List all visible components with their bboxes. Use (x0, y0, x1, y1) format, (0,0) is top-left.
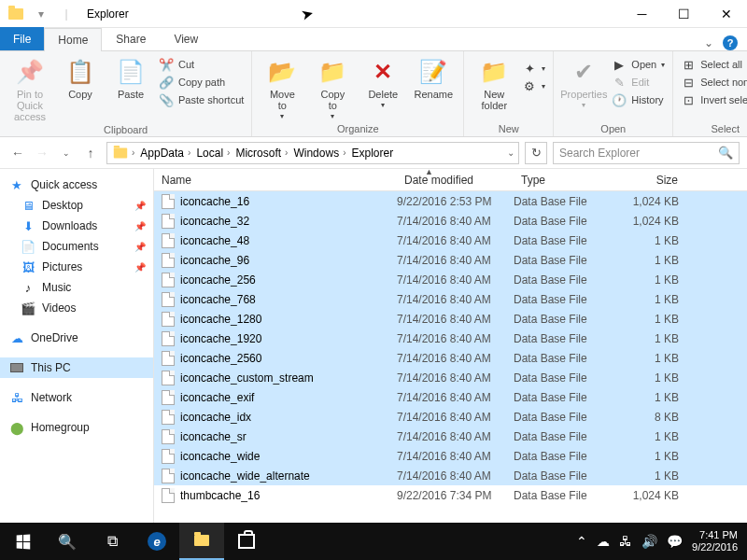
table-row[interactable]: iconcache_idx7/14/2016 8:40 AMData Base … (154, 407, 747, 427)
sidebar-item-pictures[interactable]: 🖼Pictures📌 (0, 257, 153, 277)
pasteshortcut-button[interactable]: 📎Paste shortcut (159, 92, 244, 107)
forward-button[interactable]: → (32, 143, 52, 163)
sidebar-network[interactable]: 🖧Network (0, 387, 153, 408)
taskbar-clock[interactable]: 7:41 PM 9/22/2016 (692, 529, 738, 553)
paste-button[interactable]: 📄Paste (108, 55, 153, 100)
table-row[interactable]: iconcache_169/22/2016 2:53 PMData Base F… (154, 191, 747, 211)
edit-button[interactable]: ✎Edit (612, 75, 665, 90)
help-icon[interactable]: ? (723, 35, 738, 50)
file-icon (162, 331, 175, 346)
search-icon[interactable]: 🔍 (718, 146, 733, 160)
tray-notifications-icon[interactable]: 💬 (667, 534, 683, 549)
history-button[interactable]: 🕐History (612, 92, 665, 107)
delete-button[interactable]: ✕Delete▾ (360, 55, 405, 110)
breadcrumb-dropdown-icon[interactable]: ⌄ (507, 147, 514, 158)
up-button[interactable]: ↑ (80, 143, 101, 163)
taskbar-edge[interactable]: e (134, 523, 179, 560)
newitem-button[interactable]: ✦▾ (522, 61, 545, 76)
sidebar-thispc[interactable]: This PC (0, 357, 153, 378)
table-row[interactable]: iconcache_wide7/14/2016 8:40 AMData Base… (154, 446, 747, 466)
easyaccess-button[interactable]: ⚙▾ (522, 78, 545, 93)
tab-file[interactable]: File (0, 27, 44, 50)
sidebar-item-documents[interactable]: 📄Documents📌 (0, 236, 153, 257)
table-row[interactable]: iconcache_487/14/2016 8:40 AMData Base F… (154, 231, 747, 250)
selectall-button[interactable]: ⊞Select all (681, 57, 747, 72)
pin-icon: 📌 (134, 201, 146, 211)
sidebar-homegroup[interactable]: ⬤Homegroup (0, 417, 153, 438)
taskbar-search-icon[interactable]: 🔍 (45, 523, 90, 560)
properties-button[interactable]: ✔Properties▾ (561, 55, 606, 110)
table-row[interactable]: iconcache_sr7/14/2016 8:40 AMData Base F… (154, 427, 747, 446)
breadcrumb-item[interactable]: Local› (194, 147, 232, 160)
file-icon (162, 351, 175, 366)
table-row[interactable]: iconcache_25607/14/2016 8:40 AMData Base… (154, 348, 747, 368)
col-name[interactable]: Name (154, 174, 397, 187)
col-type[interactable]: Type (514, 174, 621, 187)
sidebar-item-desktop[interactable]: 🖥Desktop📌 (0, 195, 153, 216)
minimize-button[interactable]: ─ (621, 0, 663, 28)
selectnone-button[interactable]: ⊟Select none (681, 75, 747, 90)
breadcrumb[interactable]: › AppData› Local› Microsoft› Windows› Ex… (106, 142, 519, 164)
tray-onedrive-icon[interactable]: ☁ (597, 534, 610, 549)
tray-network-icon[interactable]: 🖧 (619, 534, 632, 549)
start-button[interactable] (0, 523, 45, 560)
tab-share[interactable]: Share (102, 27, 160, 50)
copypath-button[interactable]: 🔗Copy path (159, 75, 244, 90)
back-button[interactable]: ← (7, 143, 28, 163)
recent-dropdown[interactable]: ⌄ (56, 143, 77, 163)
titlebar: ▾ | Explorer ─ ☐ ✕ (0, 0, 747, 28)
file-rows[interactable]: iconcache_169/22/2016 2:53 PMData Base F… (154, 191, 747, 528)
pin-quickaccess-button[interactable]: 📌Pin to Quick access (7, 55, 52, 122)
cut-button[interactable]: ✂️Cut (159, 57, 244, 72)
table-row[interactable]: iconcache_967/14/2016 8:40 AMData Base F… (154, 250, 747, 270)
table-row[interactable]: iconcache_7687/14/2016 8:40 AMData Base … (154, 289, 747, 309)
copy-button[interactable]: 📋Copy (58, 55, 103, 100)
copyto-button[interactable]: 📁Copy to▾ (310, 55, 355, 121)
column-headers: Name ▲ Date modified Type Size (154, 169, 747, 191)
rename-button[interactable]: 📝Rename (411, 55, 456, 100)
sidebar-quickaccess[interactable]: ★Quick access (0, 175, 153, 195)
sidebar-item-downloads[interactable]: ⬇Downloads📌 (0, 216, 153, 236)
file-icon (162, 371, 175, 385)
open-button[interactable]: ▶Open▾ (612, 57, 665, 72)
search-input[interactable]: Search Explorer 🔍 (553, 142, 740, 164)
breadcrumb-item[interactable]: AppData› (138, 147, 192, 160)
breadcrumb-item[interactable]: Microsoft› (233, 147, 289, 160)
table-row[interactable]: iconcache_327/14/2016 8:40 AMData Base F… (154, 211, 747, 231)
tab-home[interactable]: Home (44, 28, 102, 51)
table-row[interactable]: iconcache_12807/14/2016 8:40 AMData Base… (154, 309, 747, 329)
close-button[interactable]: ✕ (705, 0, 747, 28)
ribbon: 📌Pin to Quick access 📋Copy 📄Paste ✂️Cut … (0, 51, 747, 137)
sidebar-item-music[interactable]: ♪Music (0, 277, 153, 298)
ribbon-collapse-icon[interactable]: ⌄ (704, 36, 713, 49)
taskbar-explorer[interactable] (179, 523, 224, 560)
table-row[interactable]: iconcache_exif7/14/2016 8:40 AMData Base… (154, 387, 747, 407)
file-icon (162, 312, 175, 327)
breadcrumb-item[interactable]: Windows› (291, 147, 347, 160)
sidebar-onedrive[interactable]: ☁OneDrive (0, 328, 153, 348)
newfolder-button[interactable]: 📁New folder (472, 55, 516, 111)
qat-toggle[interactable]: ▾ (30, 3, 52, 25)
tray-volume-icon[interactable]: 🔊 (641, 534, 657, 549)
breadcrumb-item[interactable]: Explorer (349, 147, 395, 160)
breadcrumb-root[interactable]: › (111, 147, 136, 159)
group-new: 📁New folder ✦▾ ⚙▾ New (464, 51, 554, 136)
taskview-icon[interactable]: ⧉ (90, 523, 134, 560)
table-row[interactable]: iconcache_wide_alternate7/14/2016 8:40 A… (154, 466, 747, 485)
col-size[interactable]: Size (621, 174, 696, 187)
maximize-button[interactable]: ☐ (663, 0, 705, 28)
col-date[interactable]: Date modified (397, 174, 514, 187)
table-row[interactable]: iconcache_19207/14/2016 8:40 AMData Base… (154, 329, 747, 348)
search-placeholder: Search Explorer (559, 147, 640, 160)
invertselection-button[interactable]: ⊡Invert selection (681, 92, 747, 107)
table-row[interactable]: thumbcache_169/22/2016 7:34 PMData Base … (154, 485, 747, 505)
refresh-button[interactable]: ↻ (525, 142, 547, 164)
sidebar-item-videos[interactable]: 🎬Videos (0, 298, 153, 318)
tab-view[interactable]: View (160, 27, 212, 50)
table-row[interactable]: iconcache_2567/14/2016 8:40 AMData Base … (154, 270, 747, 289)
file-icon (162, 469, 175, 483)
tray-up-icon[interactable]: ⌃ (576, 534, 587, 549)
moveto-button[interactable]: 📂Move to▾ (260, 55, 304, 121)
taskbar-store[interactable] (224, 523, 269, 560)
table-row[interactable]: iconcache_custom_stream7/14/2016 8:40 AM… (154, 368, 747, 387)
